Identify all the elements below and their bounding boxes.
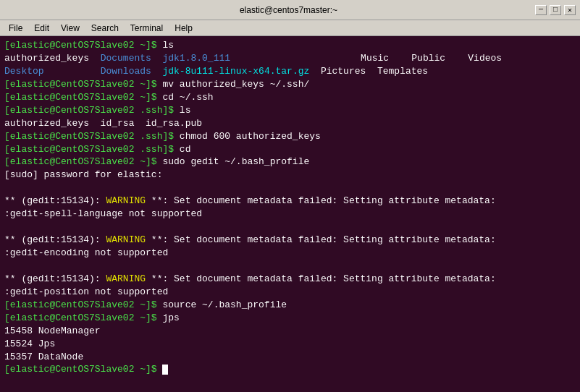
terminal-line: [elastic@CentOS7Slave02 .ssh]$ cd <box>4 143 576 156</box>
terminal-line <box>4 260 576 273</box>
terminal-line: [elastic@CentOS7Slave02 ~]$ ls <box>4 39 576 52</box>
terminal-line: authorized_keys Documents jdk1.8.0_111Mu… <box>4 52 576 65</box>
menu-view[interactable]: View <box>55 22 85 35</box>
terminal-line: [elastic@CentOS7Slave02 ~]$ source ~/.ba… <box>4 299 576 312</box>
menu-help[interactable]: Help <box>169 22 198 35</box>
terminal-line <box>4 182 576 195</box>
menu-file[interactable]: File <box>3 22 28 35</box>
close-button[interactable]: ✕ <box>564 5 576 15</box>
menu-bar: File Edit View Search Terminal Help <box>0 20 580 36</box>
terminal-line: Desktop Downloads jdk-8u111-linux-x64.ta… <box>4 65 576 78</box>
terminal-line: ** (gedit:15134): WARNING **: Set docume… <box>4 273 576 286</box>
terminal-line: :gedit-position not supported <box>4 286 576 299</box>
terminal-line: 15524 Jps <box>4 338 576 351</box>
menu-edit[interactable]: Edit <box>28 22 55 35</box>
title-bar: elastic@centos7master:~ ─ □ ✕ <box>0 0 580 20</box>
terminal-prompt-line[interactable]: [elastic@CentOS7Slave02 ~]$ <box>4 363 576 376</box>
terminal-line: ** (gedit:15134): WARNING **: Set docume… <box>4 234 576 247</box>
terminal-line: [elastic@CentOS7Slave02 ~]$ mv authorize… <box>4 78 576 91</box>
menu-search[interactable]: Search <box>85 22 125 35</box>
terminal-line: 15357 DataNode <box>4 351 576 364</box>
terminal-line: authorized_keys id_rsa id_rsa.pub <box>4 117 576 130</box>
window-title: elastic@centos7master:~ <box>42 5 535 15</box>
terminal-line: ** (gedit:15134): WARNING **: Set docume… <box>4 195 576 208</box>
terminal-area[interactable]: [elastic@CentOS7Slave02 ~]$ ls authorize… <box>0 36 580 392</box>
terminal-line: :gedit-spell-language not supported <box>4 208 576 221</box>
terminal-cursor <box>162 365 168 375</box>
terminal-line: [elastic@CentOS7Slave02 ~]$ cd ~/.ssh <box>4 91 576 104</box>
maximize-button[interactable]: □ <box>550 5 561 15</box>
terminal-line <box>4 221 576 234</box>
terminal-line: 15458 NodeManager <box>4 325 576 338</box>
terminal-line: [elastic@CentOS7Slave02 ~]$ sudo gedit ~… <box>4 155 576 169</box>
terminal-line: [elastic@CentOS7Slave02 .ssh]$ chmod 600… <box>4 130 576 143</box>
terminal-line: [elastic@CentOS7Slave02 .ssh]$ ls <box>4 104 576 117</box>
terminal-line: [sudo] password for elastic: <box>4 169 576 182</box>
menu-terminal[interactable]: Terminal <box>125 22 169 35</box>
terminal-line: [elastic@CentOS7Slave02 ~]$ jps <box>4 312 576 325</box>
terminal-line: :gedit-encoding not supported <box>4 247 576 260</box>
minimize-button[interactable]: ─ <box>535 5 547 15</box>
window-controls: ─ □ ✕ <box>535 5 576 15</box>
